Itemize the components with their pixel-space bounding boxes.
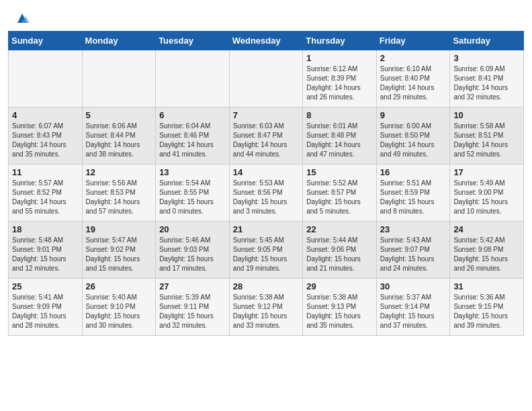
cell-content: Sunrise: 5:36 AM Sunset: 9:15 PM Dayligh…: [453, 293, 520, 330]
calendar-wrapper: SundayMondayTuesdayWednesdayThursdayFrid…: [0, 31, 532, 344]
cell-content: Sunrise: 5:41 AM Sunset: 9:09 PM Dayligh…: [12, 293, 79, 330]
calendar-cell: 10Sunrise: 5:58 AM Sunset: 8:51 PM Dayli…: [450, 107, 524, 165]
calendar-cell: 15Sunrise: 5:52 AM Sunset: 8:57 PM Dayli…: [303, 165, 377, 222]
calendar-cell: 21Sunrise: 5:45 AM Sunset: 9:05 PM Dayli…: [229, 222, 303, 279]
day-number: 25: [12, 281, 79, 291]
day-number: 27: [159, 281, 226, 291]
day-header-saturday: Saturday: [450, 32, 524, 50]
page-header: [0, 0, 532, 31]
day-number: 9: [380, 110, 447, 120]
cell-content: Sunrise: 6:00 AM Sunset: 8:50 PM Dayligh…: [380, 122, 447, 159]
week-row-3: 11Sunrise: 5:57 AM Sunset: 8:52 PM Dayli…: [9, 165, 524, 222]
cell-content: Sunrise: 5:40 AM Sunset: 9:10 PM Dayligh…: [86, 293, 152, 330]
calendar-table: SundayMondayTuesdayWednesdayThursdayFrid…: [8, 31, 524, 336]
calendar-cell: 12Sunrise: 5:56 AM Sunset: 8:53 PM Dayli…: [82, 165, 156, 222]
calendar-cell: 5Sunrise: 6:06 AM Sunset: 8:44 PM Daylig…: [82, 107, 156, 165]
calendar-cell: 31Sunrise: 5:36 AM Sunset: 9:15 PM Dayli…: [450, 279, 524, 336]
calendar-cell: 26Sunrise: 5:40 AM Sunset: 9:10 PM Dayli…: [82, 279, 156, 336]
cell-content: Sunrise: 5:46 AM Sunset: 9:03 PM Dayligh…: [159, 236, 226, 273]
calendar-cell: 7Sunrise: 6:03 AM Sunset: 8:47 PM Daylig…: [229, 107, 303, 165]
cell-content: Sunrise: 6:03 AM Sunset: 8:47 PM Dayligh…: [233, 122, 300, 159]
cell-content: Sunrise: 5:38 AM Sunset: 9:12 PM Dayligh…: [233, 293, 300, 330]
cell-content: Sunrise: 6:09 AM Sunset: 8:41 PM Dayligh…: [453, 64, 520, 102]
calendar-cell: 27Sunrise: 5:39 AM Sunset: 9:11 PM Dayli…: [156, 279, 230, 336]
day-number: 12: [86, 167, 152, 177]
cell-content: Sunrise: 5:43 AM Sunset: 9:07 PM Dayligh…: [380, 236, 447, 273]
calendar-cell: 23Sunrise: 5:43 AM Sunset: 9:07 PM Dayli…: [376, 222, 450, 279]
day-number: 2: [380, 53, 447, 63]
calendar-cell: 29Sunrise: 5:38 AM Sunset: 9:13 PM Dayli…: [303, 279, 377, 336]
day-number: 26: [86, 281, 152, 291]
calendar-cell: [229, 50, 303, 107]
day-number: 6: [159, 110, 226, 120]
day-number: 11: [12, 167, 79, 177]
cell-content: Sunrise: 5:57 AM Sunset: 8:52 PM Dayligh…: [12, 179, 79, 216]
cell-content: Sunrise: 5:45 AM Sunset: 9:05 PM Dayligh…: [233, 236, 300, 273]
day-number: 14: [233, 167, 300, 177]
calendar-cell: [9, 50, 83, 107]
day-number: 23: [380, 224, 447, 234]
cell-content: Sunrise: 5:52 AM Sunset: 8:57 PM Dayligh…: [306, 179, 373, 216]
day-header-wednesday: Wednesday: [229, 32, 303, 50]
cell-content: Sunrise: 5:49 AM Sunset: 9:00 PM Dayligh…: [453, 179, 520, 216]
day-number: 4: [12, 110, 79, 120]
day-number: 29: [306, 281, 373, 291]
cell-content: Sunrise: 6:10 AM Sunset: 8:40 PM Dayligh…: [380, 64, 447, 102]
calendar-cell: [82, 50, 156, 107]
day-number: 7: [233, 110, 300, 120]
cell-content: Sunrise: 6:06 AM Sunset: 8:44 PM Dayligh…: [86, 122, 152, 159]
calendar-cell: 24Sunrise: 5:42 AM Sunset: 9:08 PM Dayli…: [450, 222, 524, 279]
day-number: 8: [306, 110, 373, 120]
day-number: 24: [453, 224, 520, 234]
cell-content: Sunrise: 5:39 AM Sunset: 9:11 PM Dayligh…: [159, 293, 226, 330]
week-row-5: 25Sunrise: 5:41 AM Sunset: 9:09 PM Dayli…: [9, 279, 524, 336]
cell-content: Sunrise: 5:48 AM Sunset: 9:01 PM Dayligh…: [12, 236, 79, 273]
day-number: 3: [453, 53, 520, 63]
cell-content: Sunrise: 5:56 AM Sunset: 8:53 PM Dayligh…: [86, 179, 152, 216]
logo-icon: [15, 11, 30, 26]
week-row-1: 1Sunrise: 6:12 AM Sunset: 8:39 PM Daylig…: [9, 50, 524, 107]
day-header-monday: Monday: [82, 32, 156, 50]
day-number: 20: [159, 224, 226, 234]
day-number: 5: [86, 110, 152, 120]
cell-content: Sunrise: 5:54 AM Sunset: 8:55 PM Dayligh…: [159, 179, 226, 216]
day-number: 10: [453, 110, 520, 120]
calendar-cell: 6Sunrise: 6:04 AM Sunset: 8:46 PM Daylig…: [156, 107, 230, 165]
calendar-cell: 17Sunrise: 5:49 AM Sunset: 9:00 PM Dayli…: [450, 165, 524, 222]
calendar-cell: 9Sunrise: 6:00 AM Sunset: 8:50 PM Daylig…: [376, 107, 450, 165]
day-number: 19: [86, 224, 152, 234]
day-number: 16: [380, 167, 447, 177]
cell-content: Sunrise: 6:04 AM Sunset: 8:46 PM Dayligh…: [159, 122, 226, 159]
calendar-cell: 1Sunrise: 6:12 AM Sunset: 8:39 PM Daylig…: [303, 50, 377, 107]
cell-content: Sunrise: 5:38 AM Sunset: 9:13 PM Dayligh…: [306, 293, 373, 330]
calendar-cell: 14Sunrise: 5:53 AM Sunset: 8:56 PM Dayli…: [229, 165, 303, 222]
calendar-cell: 4Sunrise: 6:07 AM Sunset: 8:43 PM Daylig…: [9, 107, 83, 165]
cell-content: Sunrise: 6:01 AM Sunset: 8:48 PM Dayligh…: [306, 122, 373, 159]
cell-content: Sunrise: 5:58 AM Sunset: 8:51 PM Dayligh…: [453, 122, 520, 159]
calendar-cell: 13Sunrise: 5:54 AM Sunset: 8:55 PM Dayli…: [156, 165, 230, 222]
calendar-cell: 16Sunrise: 5:51 AM Sunset: 8:59 PM Dayli…: [376, 165, 450, 222]
day-number: 28: [233, 281, 300, 291]
day-number: 15: [306, 167, 373, 177]
calendar-cell: 25Sunrise: 5:41 AM Sunset: 9:09 PM Dayli…: [9, 279, 83, 336]
calendar-cell: 19Sunrise: 5:47 AM Sunset: 9:02 PM Dayli…: [82, 222, 156, 279]
day-number: 31: [453, 281, 520, 291]
day-number: 17: [453, 167, 520, 177]
cell-content: Sunrise: 6:12 AM Sunset: 8:39 PM Dayligh…: [306, 64, 373, 102]
day-header-thursday: Thursday: [303, 32, 377, 50]
calendar-cell: 22Sunrise: 5:44 AM Sunset: 9:06 PM Dayli…: [303, 222, 377, 279]
calendar-cell: 28Sunrise: 5:38 AM Sunset: 9:12 PM Dayli…: [229, 279, 303, 336]
calendar-cell: 20Sunrise: 5:46 AM Sunset: 9:03 PM Dayli…: [156, 222, 230, 279]
day-header-sunday: Sunday: [9, 32, 83, 50]
calendar-cell: 2Sunrise: 6:10 AM Sunset: 8:40 PM Daylig…: [376, 50, 450, 107]
calendar-cell: 8Sunrise: 6:01 AM Sunset: 8:48 PM Daylig…: [303, 107, 377, 165]
day-number: 18: [12, 224, 79, 234]
day-number: 1: [306, 53, 373, 63]
day-header-tuesday: Tuesday: [156, 32, 230, 50]
cell-content: Sunrise: 5:42 AM Sunset: 9:08 PM Dayligh…: [453, 236, 520, 273]
logo: [13, 11, 30, 26]
week-row-2: 4Sunrise: 6:07 AM Sunset: 8:43 PM Daylig…: [9, 107, 524, 165]
day-number: 30: [380, 281, 447, 291]
day-number: 22: [306, 224, 373, 234]
cell-content: Sunrise: 6:07 AM Sunset: 8:43 PM Dayligh…: [12, 122, 79, 159]
